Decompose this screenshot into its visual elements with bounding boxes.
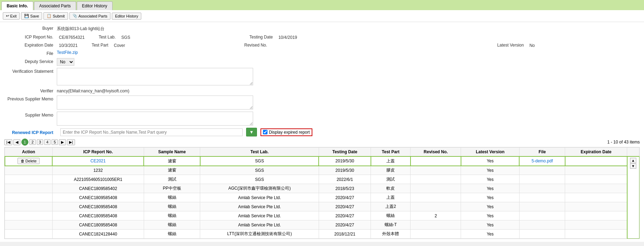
cell-latest-version: Yes — [461, 202, 519, 211]
icp-report-value: CE/87654321 — [59, 34, 84, 40]
scroll-up-button[interactable]: ▲ — [630, 158, 636, 163]
cell-expiration-date — [565, 175, 627, 184]
icp-report-link[interactable]: CE2021 — [90, 159, 106, 163]
cell-test-lab: Amlab Service Pte Ltd. — [200, 193, 319, 202]
page-prev-button[interactable]: ◀ — [13, 139, 20, 145]
cell-test-part: 螺絲-T — [371, 220, 411, 230]
cell-expiration-date — [565, 184, 627, 193]
col-expiration-date: Expiration Date — [565, 148, 627, 156]
page-3-button[interactable]: 3 — [37, 139, 43, 145]
submit-button[interactable]: 📋 Submit — [43, 12, 68, 20]
test-part-label: Test Part — [91, 43, 108, 48]
cell-scroll: ▲▼ — [627, 156, 639, 239]
cell-latest-version: Yes — [461, 184, 519, 193]
results-table-wrap: Action ICP Report No. Sample Name Test L… — [4, 147, 640, 239]
col-latest-version: Latest Version — [461, 148, 519, 156]
latest-version-label: Latest Version — [497, 43, 524, 48]
cell-file — [519, 193, 565, 202]
test-part-value: Cover — [114, 42, 125, 48]
table-row: CANEC1809585408螺絲Amlab Service Pte Ltd.2… — [5, 220, 639, 230]
scroll-down-button[interactable]: ▼ — [630, 163, 636, 169]
cell-file — [519, 230, 565, 239]
cell-icp-report-no: CANEC1809585408 — [52, 202, 144, 211]
cell-expiration-date — [565, 166, 627, 175]
cell-file — [519, 184, 565, 193]
cell-test-part: 軟皮 — [371, 184, 411, 193]
buyer-label: Buyer — [4, 25, 57, 31]
page-2-button[interactable]: 2 — [29, 139, 36, 145]
tab-basic-info[interactable]: Basic Info. — [1, 1, 33, 10]
verifier-value: nancy(EMail:nancy_han@lvyisoft.com) — [57, 87, 129, 93]
editor-history-button[interactable]: Editor History — [112, 13, 141, 20]
deputy-service-label: Deputy Service — [4, 58, 57, 64]
revised-no-field: Revised No. — [244, 43, 273, 48]
display-expired-report-checkbox[interactable] — [263, 130, 267, 134]
exit-button[interactable]: ↩ Exit — [3, 12, 20, 20]
cell-testing-date: 2018/5/23 — [319, 184, 371, 193]
col-sample-name: Sample Name — [144, 148, 200, 156]
display-expired-report-label[interactable]: Display expired report — [260, 128, 312, 136]
save-button[interactable]: 💾 Save — [21, 12, 42, 20]
submit-icon: 📋 — [47, 14, 52, 18]
cell-test-part: 外殼本體 — [371, 230, 411, 239]
deputy-service-select[interactable]: No Yes — [57, 58, 74, 66]
verifier-label: Verifier — [4, 87, 57, 93]
expiration-date-field: Expiration Date 10/3/2021 — [4, 42, 77, 48]
previous-supplier-memo-row: Previous Supplier Memo — [4, 96, 640, 110]
cell-file — [519, 202, 565, 211]
cell-test-part: 上蓋 — [371, 156, 411, 166]
cell-sample-name: PP中空板 — [144, 184, 200, 193]
test-lab-field: Test Lab. SGS — [99, 34, 130, 40]
verification-statement-input[interactable] — [57, 68, 253, 85]
testing-date-label: Testing Date — [249, 35, 273, 40]
cell-file — [519, 166, 565, 175]
latest-version-field: Latest Version No — [497, 42, 535, 48]
col-file: File — [519, 148, 565, 156]
page-5-button[interactable]: 5 — [52, 139, 58, 145]
delete-button[interactable]: Delete — [18, 158, 40, 164]
tab-bar: Basic Info. Associated Parts Editor Hist… — [0, 0, 644, 10]
cell-test-lab: Amlab Service Pte Ltd. — [200, 202, 319, 211]
table-row: CANEC1809585408螺絲Amlab Service Pte Ltd.2… — [5, 211, 639, 220]
cell-file — [519, 220, 565, 230]
cell-testing-date: 2019/5/30 — [319, 156, 371, 166]
page-1-button[interactable]: 1 — [21, 139, 28, 146]
file-download-link[interactable]: 5-demo.pdf — [531, 159, 553, 163]
cell-expiration-date — [565, 211, 627, 220]
icp-search-input[interactable] — [60, 128, 243, 136]
page-4-button[interactable]: 4 — [44, 139, 50, 145]
search-button[interactable]: ▼ — [246, 128, 257, 136]
supplier-memo-label: Supplier Memo — [4, 112, 57, 118]
tab-associated-parts[interactable]: Associated Parts — [34, 1, 76, 10]
cell-icp-report-no: A2210554605101005ER1 — [52, 175, 144, 184]
cell-test-part: 上蓋 — [371, 193, 411, 202]
table-row: CANEC1809585408螺絲Amlab Service Pte Ltd.2… — [5, 193, 639, 202]
cell-expiration-date — [565, 230, 627, 239]
renewed-icp-report-label[interactable]: Renewed ICP Report — [4, 129, 57, 135]
file-link[interactable]: TestFile.zip — [57, 50, 78, 55]
verification-statement-label: Verification Statement — [4, 68, 57, 74]
cell-testing-date: 2022/6/1 — [319, 175, 371, 184]
page-last-button[interactable]: ▶| — [67, 139, 75, 145]
page-next-button[interactable]: ▶ — [59, 139, 66, 145]
cell-revised-no — [411, 175, 461, 184]
supplier-memo-input[interactable] — [57, 112, 253, 126]
test-part-field: Test Part Cover — [91, 42, 125, 48]
col-icp-report-no: ICP Report No. — [52, 148, 144, 156]
associated-parts-button[interactable]: 📎 Associated Parts — [69, 12, 111, 20]
previous-supplier-memo-input[interactable] — [57, 96, 253, 110]
page-first-button[interactable]: |◀ — [4, 139, 12, 145]
pagination: |◀ ◀ 1 2 3 4 5 ▶ ▶| — [4, 139, 75, 146]
buyer-value: 系统版8013-Lab light站台 — [57, 25, 104, 32]
cell-icp-report-no: CANEC1809585402 — [52, 184, 144, 193]
cell-revised-no — [411, 220, 461, 230]
cell-icp-report-no: CE2021 — [52, 156, 144, 166]
verifier-row: Verifier nancy(EMail:nancy_han@lvyisoft.… — [4, 87, 640, 93]
col-testing-date: Testing Date — [319, 148, 371, 156]
tab-editor-history[interactable]: Editor History — [77, 1, 113, 10]
test-lab-label: Test Lab. — [99, 35, 116, 40]
latest-version-value: No — [529, 42, 535, 48]
col-action: Action — [5, 148, 53, 156]
deputy-service-row: Deputy Service No Yes — [4, 58, 640, 66]
cell-test-part: 膠皮 — [371, 166, 411, 175]
